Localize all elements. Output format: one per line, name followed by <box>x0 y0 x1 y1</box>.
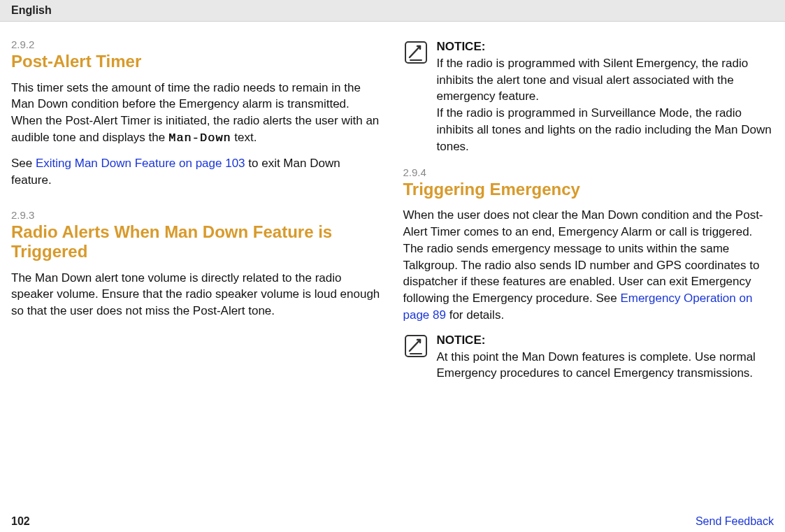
notice-box: NOTICE: If the radio is programmed with … <box>403 38 775 155</box>
notice-box: NOTICE: At this point the Man Down featu… <box>403 332 775 382</box>
notice-icon <box>403 40 428 68</box>
section-title: Radio Alerts When Man Down Feature is Tr… <box>11 222 382 261</box>
text-run: See <box>11 157 36 170</box>
notice-text: If the radio is programmed with Silent E… <box>437 55 775 105</box>
mono-text: Man-Down <box>168 131 231 145</box>
section-number: 2.9.2 <box>11 38 382 50</box>
body-paragraph: When the user does not clear the Man Dow… <box>403 207 775 324</box>
right-column: NOTICE: If the radio is programmed with … <box>403 38 775 393</box>
section-title: Post-Alert Timer <box>11 52 382 71</box>
page-footer: 102 Send Feedback <box>0 515 785 528</box>
header-language: English <box>11 4 52 16</box>
section-number: 2.9.4 <box>403 166 775 178</box>
notice-content: NOTICE: If the radio is programmed with … <box>437 38 775 155</box>
send-feedback-link[interactable]: Send Feedback <box>696 515 774 528</box>
body-paragraph: See Exiting Man Down Feature on page 103… <box>11 155 382 189</box>
page-content: 2.9.2 Post-Alert Timer This timer sets t… <box>0 22 785 400</box>
left-column: 2.9.2 Post-Alert Timer This timer sets t… <box>11 38 382 393</box>
cross-reference-link[interactable]: Exiting Man Down Feature on page 103 <box>36 157 245 170</box>
body-paragraph: This timer sets the amount of time the r… <box>11 80 382 147</box>
section-number: 2.9.3 <box>11 209 382 221</box>
page-number: 102 <box>11 515 30 528</box>
body-paragraph: The Man Down alert tone volume is direct… <box>11 270 382 319</box>
notice-text: At this point the Man Down features is c… <box>437 349 775 382</box>
text-run: for details. <box>446 308 504 322</box>
section-title: Triggering Emergency <box>403 180 775 199</box>
notice-content: NOTICE: At this point the Man Down featu… <box>437 332 775 382</box>
text-run: When the user does not clear the Man Dow… <box>403 208 763 305</box>
notice-label: NOTICE: <box>437 38 775 55</box>
text-run: text. <box>231 131 257 144</box>
notice-text: If the radio is programmed in Surveillan… <box>437 105 775 154</box>
notice-label: NOTICE: <box>437 332 775 349</box>
notice-icon <box>403 333 428 361</box>
page-header: English <box>0 0 785 22</box>
